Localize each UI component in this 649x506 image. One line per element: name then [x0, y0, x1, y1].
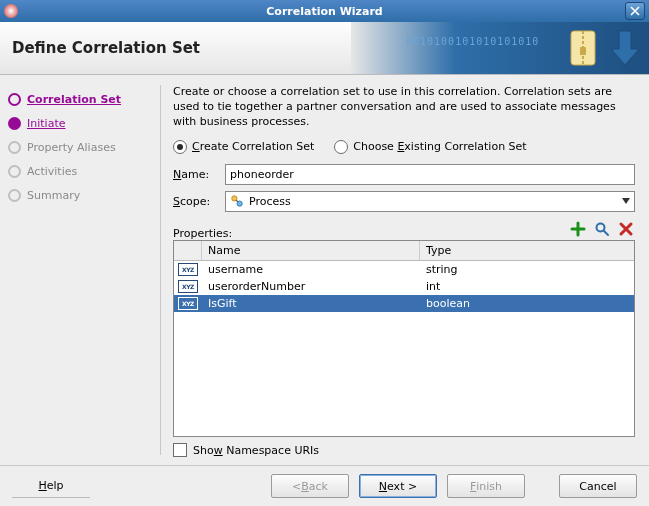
name-input[interactable] — [225, 164, 635, 185]
radio-icon — [334, 140, 348, 154]
properties-table: Name Type XYZ username string XYZ useror… — [173, 240, 635, 437]
back-button[interactable]: < Back — [271, 474, 349, 498]
header-graphic — [351, 22, 649, 74]
wizard-window: { "title": "Correlation Wizard", "header… — [0, 0, 649, 506]
scope-label: Scope: — [173, 195, 219, 208]
step-initiate[interactable]: Initiate — [8, 111, 152, 135]
step-label: Summary — [27, 189, 80, 202]
step-label: Property Aliases — [27, 141, 116, 154]
cell-name: username — [202, 263, 420, 276]
property-icon: XYZ — [178, 280, 198, 293]
cancel-button[interactable]: Cancel — [559, 474, 637, 498]
steps-sidebar: Correlation Set Initiate Property Aliase… — [0, 75, 160, 465]
search-property-button[interactable] — [593, 220, 611, 238]
cell-name: userorderNumber — [202, 280, 420, 293]
svg-rect-1 — [580, 47, 586, 55]
main-panel: Create or choose a correlation set to us… — [161, 75, 649, 465]
col-type[interactable]: Type — [420, 241, 634, 260]
scope-value: Process — [249, 195, 291, 208]
arrow-down-icon — [609, 27, 641, 69]
window-title: Correlation Wizard — [24, 5, 625, 18]
step-activities: Activities — [8, 159, 152, 183]
titlebar: Correlation Wizard — [0, 0, 649, 22]
finish-button[interactable]: Finish — [447, 474, 525, 498]
cell-type: int — [420, 280, 634, 293]
name-label: Name: — [173, 168, 219, 181]
plus-icon — [570, 221, 586, 237]
close-icon — [630, 6, 640, 16]
checkbox-label: Show Namespace URIs — [193, 444, 319, 457]
step-label: Initiate — [27, 117, 65, 130]
col-name[interactable]: Name — [202, 241, 420, 260]
table-row[interactable]: XYZ userorderNumber int — [174, 278, 634, 295]
step-dot-icon — [8, 93, 21, 106]
wizard-body: Correlation Set Initiate Property Aliase… — [0, 75, 649, 465]
name-row: Name: — [173, 164, 635, 185]
page-title: Define Correlation Set — [12, 39, 200, 57]
col-icon — [174, 241, 202, 260]
chevron-down-icon — [622, 198, 630, 204]
delete-property-button[interactable] — [617, 220, 635, 238]
process-icon — [230, 194, 244, 208]
radio-choose-existing[interactable]: Choose Existing Correlation Set — [334, 140, 526, 154]
delete-icon — [618, 221, 634, 237]
wizard-footer: Help < Back Next > Finish Cancel — [0, 465, 649, 506]
step-correlation-set[interactable]: Correlation Set — [8, 87, 152, 111]
checkbox-icon — [173, 443, 187, 457]
search-icon — [594, 221, 610, 237]
next-button[interactable]: Next > — [359, 474, 437, 498]
step-dot-icon — [8, 189, 21, 202]
help-button[interactable]: Help — [12, 475, 90, 498]
wizard-header: Define Correlation Set — [0, 22, 649, 75]
properties-toolbar — [569, 220, 635, 238]
properties-label: Properties: — [173, 227, 232, 240]
step-property-aliases: Property Aliases — [8, 135, 152, 159]
table-body: XYZ username string XYZ userorderNumber … — [174, 261, 634, 436]
radio-create-set[interactable]: Create Correlation Set — [173, 140, 314, 154]
zipper-icon — [565, 27, 607, 69]
radio-label: Create Correlation Set — [192, 140, 314, 153]
scope-row: Scope: Process — [173, 191, 635, 212]
table-row[interactable]: XYZ username string — [174, 261, 634, 278]
step-summary: Summary — [8, 183, 152, 207]
radio-icon — [173, 140, 187, 154]
property-icon: XYZ — [178, 263, 198, 276]
cell-type: boolean — [420, 297, 634, 310]
show-namespace-checkbox[interactable]: Show Namespace URIs — [173, 443, 635, 457]
close-button[interactable] — [625, 2, 645, 20]
table-header: Name Type — [174, 241, 634, 261]
cell-type: string — [420, 263, 634, 276]
property-icon: XYZ — [178, 297, 198, 310]
table-row[interactable]: XYZ IsGift boolean — [174, 295, 634, 312]
step-dot-icon — [8, 117, 21, 130]
step-dot-icon — [8, 165, 21, 178]
add-property-button[interactable] — [569, 220, 587, 238]
cell-name: IsGift — [202, 297, 420, 310]
step-label: Correlation Set — [27, 93, 121, 106]
scope-selector[interactable]: Process — [225, 191, 635, 212]
radio-label: Choose Existing Correlation Set — [353, 140, 526, 153]
app-icon — [4, 4, 18, 18]
mode-radio-group: Create Correlation Set Choose Existing C… — [173, 140, 635, 154]
step-label: Activities — [27, 165, 77, 178]
intro-text: Create or choose a correlation set to us… — [173, 85, 635, 130]
step-dot-icon — [8, 141, 21, 154]
